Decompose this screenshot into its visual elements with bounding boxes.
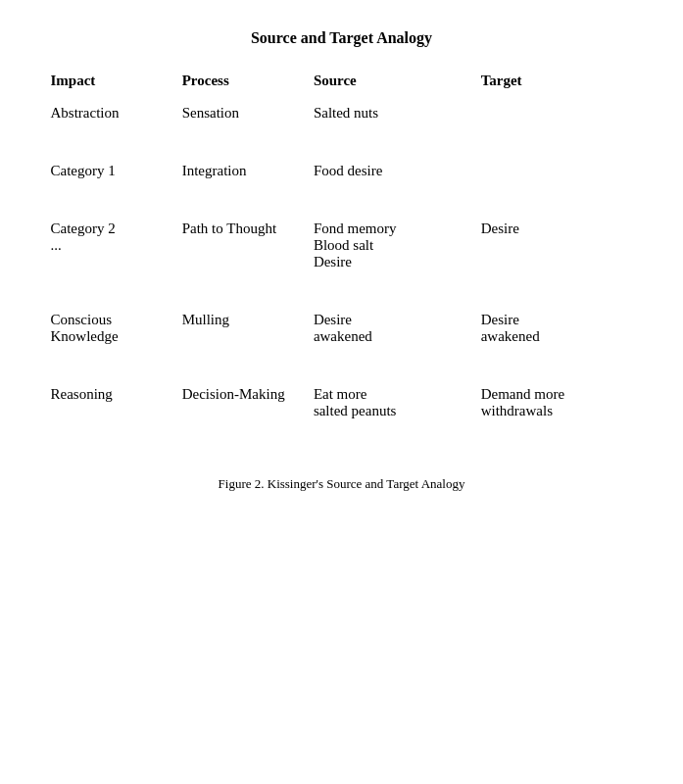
cell-impact-1: Category 1	[43, 157, 174, 185]
main-title: Source and Target Analogy	[43, 29, 641, 47]
row-spacer	[43, 351, 641, 380]
cell-impact-2: Category 2 ...	[43, 215, 174, 276]
cell-impact-0: Abstraction	[43, 99, 174, 127]
cell-source-1: Food desire	[306, 157, 473, 185]
cell-target-0	[473, 99, 641, 127]
cell-target-3: Desire awakened	[473, 306, 641, 351]
cell-source-2: Fond memory Blood salt Desire	[306, 215, 473, 276]
cell-process-4: Decision-Making	[174, 380, 306, 425]
table-row: ReasoningDecision-MakingEat more salted …	[43, 380, 641, 425]
table-header-row: Impact Process Source Target	[43, 67, 641, 99]
cell-source-4: Eat more salted peanuts	[306, 380, 473, 425]
table-row: Category 1IntegrationFood desire	[43, 157, 641, 185]
page-container: Source and Target Analogy Impact Process…	[24, 20, 660, 502]
analogy-table: Impact Process Source Target Abstraction…	[43, 67, 641, 455]
row-spacer	[43, 276, 641, 306]
table-row: Conscious KnowledgeMullingDesire awakene…	[43, 306, 641, 351]
cell-process-0: Sensation	[174, 99, 306, 127]
row-spacer	[43, 127, 641, 157]
cell-source-3: Desire awakened	[306, 306, 473, 351]
cell-source-0: Salted nuts	[306, 99, 473, 127]
cell-process-3: Mulling	[174, 306, 306, 351]
cell-process-2: Path to Thought	[174, 215, 306, 276]
row-spacer	[43, 185, 641, 215]
header-target: Target	[473, 67, 641, 99]
cell-impact-4: Reasoning	[43, 380, 174, 425]
cell-process-1: Integration	[174, 157, 306, 185]
table-row: AbstractionSensationSalted nuts	[43, 99, 641, 127]
header-source: Source	[306, 67, 473, 99]
header-impact: Impact	[43, 67, 174, 99]
row-spacer	[43, 425, 641, 455]
figure-caption: Figure 2. Kissinger's Source and Target …	[43, 476, 641, 492]
table-row: Category 2 ...Path to ThoughtFond memory…	[43, 215, 641, 276]
cell-impact-3: Conscious Knowledge	[43, 306, 174, 351]
cell-target-4: Demand more withdrawals	[473, 380, 641, 425]
header-process: Process	[174, 67, 306, 99]
cell-target-1	[473, 157, 641, 185]
cell-target-2: Desire	[473, 215, 641, 276]
